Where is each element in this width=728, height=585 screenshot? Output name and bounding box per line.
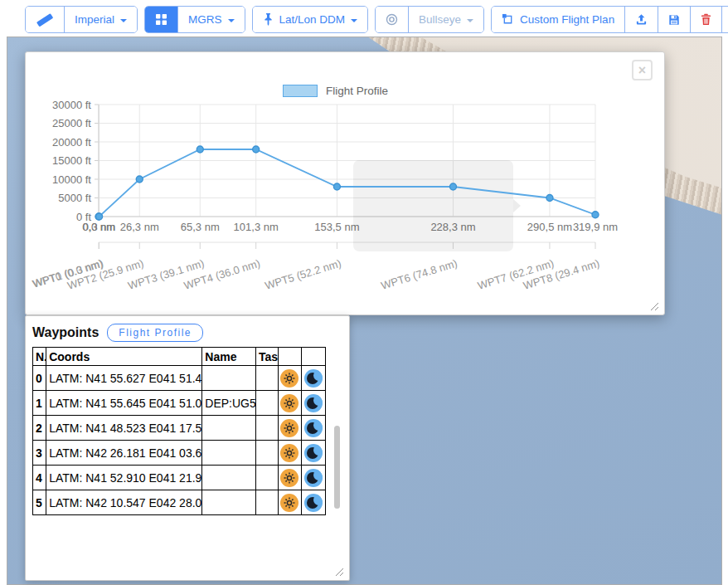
chart-legend[interactable]: Flight Profile <box>283 85 388 97</box>
waypoint-name <box>202 466 256 490</box>
pushpin-icon <box>263 13 274 26</box>
moon-icon[interactable] <box>304 394 323 412</box>
sun-icon[interactable] <box>280 394 298 412</box>
x-axis-tick-label: 319,9 nm <box>573 221 618 233</box>
profile-point[interactable] <box>333 183 340 190</box>
day-toggle-cell <box>279 441 301 466</box>
moon-icon[interactable] <box>304 419 323 437</box>
profile-point[interactable] <box>253 146 260 153</box>
profile-line <box>99 149 595 217</box>
waypoint-number: 5 <box>33 490 46 515</box>
day-toggle-cell <box>279 466 301 490</box>
waypoints-table: N.CoordsNameTask 0LATM: N41 55.627 E041 … <box>32 347 326 515</box>
table-row[interactable]: 0LATM: N41 55.627 E041 51.462 <box>33 366 326 391</box>
day-toggle-cell <box>279 515 301 516</box>
night-toggle-cell <box>301 441 325 466</box>
waypoints-panel: Waypoints Flight Profile N.CoordsNameTas… <box>25 315 350 581</box>
sun-icon[interactable] <box>280 419 298 437</box>
table-header-row: N.CoordsNameTask <box>33 348 326 366</box>
legend-label: Flight Profile <box>326 85 388 97</box>
scrollbar-thumb[interactable] <box>334 426 340 509</box>
units-dropdown[interactable]: Imperial <box>64 7 137 32</box>
table-row[interactable]: 6 <box>33 515 326 516</box>
bullseye-group: Bullseye <box>375 6 484 33</box>
grid-toggle-button[interactable] <box>145 7 177 32</box>
y-axis-tick-label: 5000 ft <box>58 192 91 204</box>
profile-point[interactable] <box>197 146 203 153</box>
delete-button[interactable] <box>690 7 721 32</box>
moon-icon[interactable] <box>304 494 323 512</box>
profile-point[interactable] <box>449 183 456 190</box>
moon-icon[interactable] <box>304 369 323 388</box>
close-icon[interactable]: × <box>632 60 653 80</box>
profile-point[interactable] <box>592 212 599 218</box>
coord-format-label: Lat/Lon DDM <box>279 13 346 26</box>
coord-format-group: Lat/Lon DDM <box>252 6 369 33</box>
x-axis-tick-label: 153,5 nm <box>314 221 359 233</box>
day-toggle-cell <box>279 391 301 416</box>
grid-format-dropdown[interactable]: MGRS <box>177 7 245 32</box>
moon-cutout <box>313 470 323 480</box>
y-axis-tick-label: 25000 ft <box>52 117 91 129</box>
profile-point[interactable] <box>546 195 553 202</box>
table-row[interactable]: 4LATM: N41 52.910 E041 21.991 <box>33 466 326 490</box>
table-header-cell: Task <box>256 348 279 366</box>
vector-square-icon <box>502 13 514 26</box>
table-header-cell <box>301 348 325 366</box>
chevron-down-icon <box>120 19 127 22</box>
moon-icon[interactable] <box>304 469 323 487</box>
waypoints-header: Waypoints Flight Profile <box>32 324 203 342</box>
day-toggle-cell <box>279 416 301 441</box>
flight-profile-button[interactable]: Flight Profile <box>107 324 203 342</box>
sun-icon[interactable] <box>280 444 298 462</box>
moon-icon[interactable] <box>304 444 323 462</box>
flight-plan-group: Custom Flight Plan <box>491 6 728 33</box>
waypoint-task <box>256 490 279 515</box>
sun-icon[interactable] <box>280 469 298 487</box>
app-root: Imperial MGRS Lat/Lon DDM <box>0 0 728 585</box>
share-button[interactable] <box>721 7 728 32</box>
grid-format-group: MGRS <box>144 6 245 33</box>
profile-point[interactable] <box>136 176 143 183</box>
waypoint-number: 2 <box>33 416 46 441</box>
waypoint-name: DEP:UG5X <box>202 391 256 416</box>
coord-format-dropdown[interactable]: Lat/Lon DDM <box>253 7 368 32</box>
waypoint-coords: LATM: N41 55.627 E041 51.462 <box>46 366 202 391</box>
resize-handle-icon[interactable] <box>335 568 344 577</box>
resize-handle-icon[interactable] <box>650 302 659 311</box>
table-row[interactable]: 1LATM: N41 55.645 E041 51.002DEP:UG5X <box>33 391 326 416</box>
y-axis-tick-label: 10000 ft <box>52 173 91 186</box>
table-row[interactable]: 3LATM: N42 26.181 E041 03.671 <box>33 441 326 466</box>
bullseye-dropdown[interactable]: Bullseye <box>408 7 483 32</box>
upload-button[interactable] <box>624 7 658 32</box>
waypoint-name <box>202 515 256 516</box>
grid-format-label: MGRS <box>188 13 222 26</box>
day-toggle-cell <box>279 366 301 391</box>
waypoint-axis-label: WPT5 (52.2 nm) <box>264 257 343 292</box>
waypoint-coords: LATM: N42 10.547 E042 28.021 <box>46 490 202 515</box>
table-row[interactable]: 5LATM: N42 10.547 E042 28.021 <box>33 490 326 515</box>
waypoint-name <box>202 490 256 515</box>
custom-flight-plan-button[interactable]: Custom Flight Plan <box>492 7 624 32</box>
waypoint-axis-label: WPT6 (74.8 nm) <box>380 257 459 292</box>
table-row[interactable]: 2LATM: N41 48.523 E041 17.542 <box>33 416 326 441</box>
save-icon <box>668 14 680 26</box>
x-axis-tick-label: 26,3 nm <box>120 221 159 233</box>
sun-icon[interactable] <box>280 494 298 512</box>
waypoint-coords <box>46 515 202 516</box>
legend-swatch <box>283 85 318 97</box>
sun-icon[interactable] <box>280 369 298 388</box>
chevron-down-icon <box>228 19 235 22</box>
flight-profile-panel: 0 ft5000 ft10000 ft15000 ft20000 ft25000… <box>25 51 665 315</box>
save-button[interactable] <box>658 7 690 32</box>
night-toggle-cell <box>301 416 325 441</box>
profile-point[interactable] <box>96 213 103 220</box>
waypoints-table-container[interactable]: N.CoordsNameTask 0LATM: N41 55.627 E041 … <box>32 347 341 515</box>
moon-cutout <box>313 495 323 505</box>
waypoint-name <box>202 366 256 391</box>
waypoint-task <box>256 416 279 441</box>
chart-tooltip-caret <box>513 199 521 212</box>
chevron-down-icon <box>467 19 473 22</box>
measure-button[interactable] <box>26 7 64 32</box>
bullseye-toggle-button[interactable] <box>376 7 408 32</box>
